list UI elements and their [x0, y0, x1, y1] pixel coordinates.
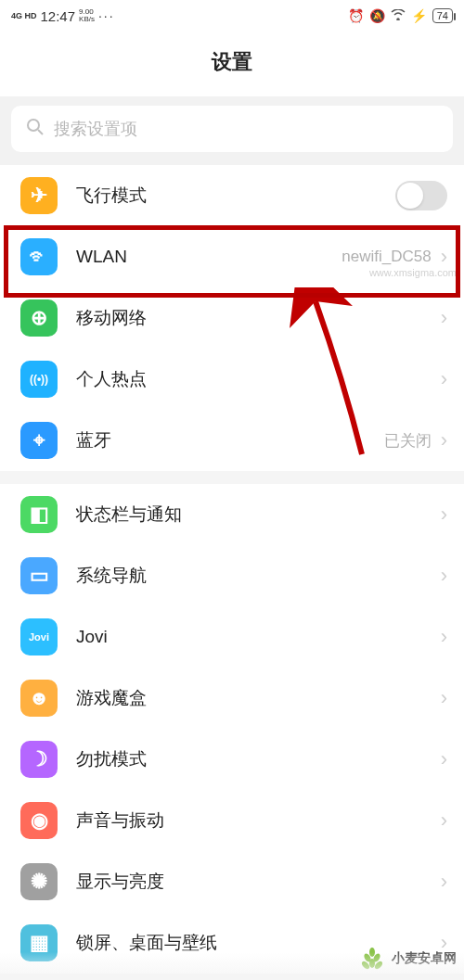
status-bar: 4G HD 12:47 9.00 KB/s ··· ⏰ 🔕 ⚡ 74	[0, 0, 464, 32]
settings-group: ◧状态栏与通知›▭系统导航›JoviJovi›☻游戏魔盒›☽勿扰模式›◉声音与振…	[0, 484, 464, 974]
mute-icon: 🔕	[369, 8, 385, 23]
status-left: 4G HD 12:47 9.00 KB/s ···	[11, 8, 115, 24]
item-label: 蓝牙	[76, 428, 384, 452]
chevron-right-icon: ›	[441, 503, 447, 527]
chevron-right-icon: ›	[441, 625, 447, 649]
status-dots: ···	[98, 8, 115, 23]
item-bluetooth[interactable]: ⌖蓝牙已关闭›	[0, 410, 464, 471]
item-mobile[interactable]: ⊕移动网络›	[0, 287, 464, 349]
wlan-icon: ᯤ	[20, 238, 58, 275]
dnd-icon: ☽	[20, 741, 58, 778]
jovi-icon: Jovi	[20, 618, 58, 655]
item-jovi[interactable]: JoviJovi›	[0, 606, 464, 668]
chevron-right-icon: ›	[441, 306, 447, 330]
alarm-icon: ⏰	[348, 8, 364, 23]
item-label: 声音与振动	[76, 808, 441, 833]
airplane-toggle[interactable]	[395, 181, 447, 210]
item-value: newifi_DC58	[342, 248, 431, 266]
battery-indicator: 74	[432, 8, 453, 23]
search-box[interactable]	[11, 106, 453, 152]
item-wlan[interactable]: ᯤWLANnewifi_DC58›	[0, 226, 464, 287]
chevron-right-icon: ›	[441, 564, 447, 588]
svg-point-7	[369, 959, 375, 968]
wheat-icon	[358, 945, 386, 973]
item-label: 显示与亮度	[76, 870, 441, 894]
wall-icon: ▦	[20, 924, 58, 961]
item-label: WLAN	[76, 247, 342, 267]
watermark-url: www.xmsigma.com	[369, 267, 457, 278]
svg-line-1	[38, 130, 43, 134]
chevron-right-icon: ›	[441, 870, 447, 894]
nav-icon: ▭	[20, 557, 58, 594]
item-gamebox[interactable]: ☻游戏魔盒›	[0, 668, 464, 729]
game-icon: ☻	[20, 680, 58, 717]
page-title: 设置	[0, 48, 464, 76]
chevron-right-icon: ›	[441, 747, 447, 771]
item-value: 已关闭	[384, 430, 432, 452]
mobile-icon: ⊕	[20, 299, 58, 337]
item-label: 飞行模式	[76, 184, 395, 208]
item-label: 游戏魔盒	[76, 686, 441, 710]
chevron-right-icon: ›	[441, 686, 447, 710]
item-label: 勿扰模式	[76, 747, 441, 771]
status-right: ⏰ 🔕 ⚡ 74	[348, 8, 453, 23]
search-input[interactable]	[54, 120, 438, 139]
watermark-brand: 小麦安卓网	[358, 945, 457, 973]
chevron-right-icon: ›	[441, 245, 447, 269]
chevron-right-icon: ›	[441, 808, 447, 833]
chevron-right-icon: ›	[441, 367, 447, 391]
search-icon	[26, 118, 45, 140]
airplane-icon: ✈	[20, 177, 58, 214]
item-display[interactable]: ✺显示与亮度›	[0, 851, 464, 912]
hotspot-icon: ((•))	[20, 361, 58, 398]
item-sound[interactable]: ◉声音与振动›	[0, 790, 464, 851]
header: 设置	[0, 32, 464, 96]
signal-indicator: 4G HD	[11, 11, 37, 20]
item-label: 系统导航	[76, 564, 441, 588]
net-speed: 9.00 KB/s	[79, 8, 95, 23]
wifi-icon	[391, 8, 406, 23]
sound-icon: ◉	[20, 802, 58, 839]
display-icon: ✺	[20, 863, 58, 900]
item-label: 个人热点	[76, 367, 441, 391]
item-label: 移动网络	[76, 306, 441, 330]
item-label: Jovi	[76, 627, 441, 647]
item-hotspot[interactable]: ((•))个人热点›	[0, 349, 464, 410]
item-navigation[interactable]: ▭系统导航›	[0, 545, 464, 606]
item-airplane[interactable]: ✈飞行模式	[0, 165, 464, 226]
item-dnd[interactable]: ☽勿扰模式›	[0, 729, 464, 790]
status-time: 12:47	[41, 8, 76, 24]
chevron-right-icon: ›	[441, 428, 447, 452]
status-icon: ◧	[20, 496, 58, 533]
bt-icon: ⌖	[20, 422, 58, 459]
item-statusbar[interactable]: ◧状态栏与通知›	[0, 484, 464, 545]
svg-point-0	[28, 120, 39, 131]
charge-icon: ⚡	[411, 8, 427, 23]
search-wrap	[0, 96, 464, 165]
svg-point-2	[369, 948, 375, 957]
item-label: 状态栏与通知	[76, 503, 441, 527]
settings-group: ✈飞行模式ᯤWLANnewifi_DC58›⊕移动网络›((•))个人热点›⌖蓝…	[0, 165, 464, 471]
